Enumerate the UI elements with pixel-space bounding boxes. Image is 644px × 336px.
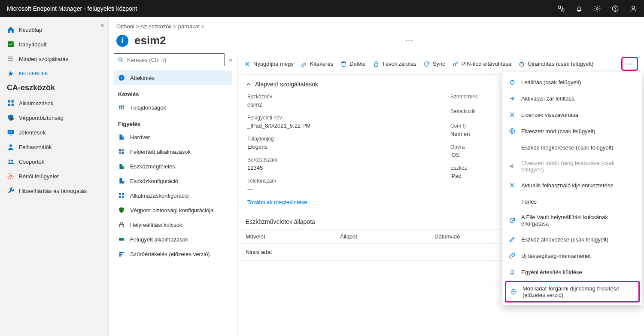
resource-item-monitor[interactable]: Szűrőértékelés (előzetes verzió)	[114, 247, 232, 261]
resource-menu-collapse-icon[interactable]: «	[229, 56, 232, 63]
svg-point-11	[10, 117, 14, 121]
key-icon	[452, 61, 459, 67]
info-icon: i	[116, 35, 128, 47]
svg-rect-27	[119, 152, 121, 154]
dropdown-item[interactable]: Aktiválási zár letiltása	[502, 90, 642, 107]
cmd-label: Sync	[433, 61, 445, 67]
refresh-icon	[508, 217, 516, 224]
gear-icon[interactable]	[593, 5, 601, 12]
cmd-label: Nyugdíjba megy	[253, 61, 294, 67]
svg-rect-26	[122, 149, 124, 151]
resource-item-label: Felderített alkalmazások	[130, 149, 191, 155]
resource-item-monitor[interactable]: Felügyelt alkalmazások	[114, 232, 232, 247]
table-col-action: Művelet	[246, 233, 340, 240]
cmd-restart[interactable]: Újraindítás (csak felügyelt)	[518, 61, 593, 67]
sidebar-item-label: Minden szolgáltatás	[19, 56, 68, 62]
group-monitor-label: Figyelés	[114, 115, 232, 130]
cmd-label: Távoli zárolás	[382, 61, 416, 67]
cmd-remote-lock[interactable]: Távoli zárolás	[373, 61, 416, 67]
cmd-remove-pin[interactable]: PIN-kód eltávolítása	[452, 61, 511, 67]
favorites-label: KEDVENCEK	[19, 71, 48, 76]
monitor-item-icon	[118, 250, 125, 257]
dropdown-item-label: Elveszett módú hang lejátszása (csak fel…	[521, 160, 636, 173]
feedback-icon[interactable]	[629, 5, 637, 12]
groups-icon	[7, 158, 15, 165]
resource-item-monitor[interactable]: Eszközmegfelelés	[114, 159, 232, 174]
sidebar-item-users[interactable]: Felhasználók	[0, 140, 108, 154]
cmd-wipe[interactable]: Kitakarás	[301, 61, 333, 67]
essentials-field: Sorozatszám12345	[247, 157, 433, 171]
breadcrumb[interactable]: Otthoni > Az eszközök > párnákat >	[109, 17, 644, 32]
page-header-more-icon[interactable]: ···	[406, 37, 413, 44]
sidebar-item-label: Csoportok	[19, 159, 44, 165]
resource-item-monitor[interactable]: Helyreállítási kulcsok	[114, 217, 232, 232]
wrench-icon	[7, 187, 15, 195]
sidebar-item-troubleshoot[interactable]: Hibaelhárítás és támogatás	[0, 183, 108, 198]
essentials-header-label: Alapvető szolgáltatások	[255, 81, 318, 88]
sidebar-item-home[interactable]: Kezdőlap	[0, 22, 108, 37]
resource-item-monitor[interactable]: Eszközkonfiguráció	[114, 174, 232, 188]
sidebar-item-reports[interactable]: Jelentések	[0, 125, 108, 140]
essentials-label: Eszköznév	[247, 94, 433, 100]
sidebar-collapse-icon[interactable]: «	[100, 21, 104, 28]
dropdown-item[interactable]: Licencek visszavonása	[502, 107, 642, 123]
resource-item-monitor[interactable]: Alkalmazáskonfiguráció	[114, 188, 232, 203]
sidebar-item-dashboard[interactable]: Irányítópult	[0, 37, 108, 52]
sidebar-item-label: Alkalmazások	[19, 100, 53, 107]
resource-item-label: Eszközmegfelelés	[130, 163, 175, 170]
dropdown-item[interactable]: Mobiladat-forgalmi díjcsomag frissítése …	[505, 281, 640, 302]
page-title: esim2	[134, 34, 166, 47]
dropdown-item-label: Aktuális felhasználó kijelentkeztetése	[521, 182, 614, 189]
help-icon[interactable]	[611, 5, 619, 12]
sidebar-item-endpoint-security[interactable]: Végpontbiztonság	[0, 110, 108, 125]
essentials-label: Tulajdonjog	[247, 136, 433, 142]
dropdown-item[interactable]: Aktuális felhasználó kijelentkeztetése	[502, 177, 642, 193]
dropdown-item[interactable]: A File Vault helyreállítási kulcsának el…	[502, 210, 642, 231]
resource-item-monitor[interactable]: Felderített alkalmazások	[114, 144, 232, 159]
dropdown-item[interactable]: Eszköz átnevezése (csak felügyelt)	[502, 231, 642, 247]
sidebar-item-apps[interactable]: Alkalmazások	[0, 96, 108, 110]
essentials-field: TulajdonjogElegáns	[247, 136, 433, 150]
group-manage-label: Kezelés	[114, 85, 232, 100]
cmd-more-button[interactable]: ···	[621, 57, 638, 71]
x-icon	[508, 181, 516, 189]
dropdown-item-label: A File Vault helyreállítási kulcsának el…	[521, 214, 636, 227]
cmd-sync[interactable]: Sync	[423, 61, 445, 67]
sidebar-item-tenant-admin[interactable]: Bérlői felügyelet	[0, 169, 108, 183]
svg-point-13	[9, 144, 12, 147]
svg-point-2	[596, 8, 598, 10]
directory-icon[interactable]	[557, 5, 565, 12]
search-input[interactable]	[127, 57, 221, 63]
dropdown-item[interactable]: Leállítás (csak felügyelt)	[502, 74, 642, 90]
sidebar-item-all-services[interactable]: Minden szolgáltatás	[0, 52, 108, 66]
dropdown-item-label: Aktiválási zár letiltása	[521, 95, 574, 102]
essentials-value: esim2	[247, 101, 433, 108]
svg-point-22	[123, 106, 124, 107]
pencil-icon	[508, 235, 516, 243]
chevron-up-icon	[246, 81, 252, 87]
reports-icon	[7, 128, 15, 136]
x-icon	[508, 111, 516, 119]
monitor-item-icon	[118, 207, 125, 214]
svg-point-20	[119, 106, 121, 107]
resource-item-overview[interactable]: i Áttekintés	[114, 70, 232, 85]
resource-item-monitor[interactable]: Végpont biztonsági konfigurációja	[114, 203, 232, 217]
dropdown-item[interactable]: Törlés	[502, 193, 642, 210]
dropdown-item[interactable]: Eszköz megkeresése (csak felügyelt)	[502, 139, 642, 156]
monitor-item-icon	[118, 221, 125, 228]
resource-item-monitor[interactable]: Hardver	[114, 130, 232, 144]
properties-icon	[118, 104, 125, 111]
app-title: Microsoft Endpoint Manager - felügyeleti…	[7, 5, 137, 12]
sidebar-favorites-header[interactable]: KEDVENCEK	[0, 66, 108, 81]
sidebar-item-groups[interactable]: Csoportok	[0, 154, 108, 169]
resource-item-properties[interactable]: Tulajdonságok	[114, 100, 232, 115]
search-box[interactable]	[114, 53, 225, 66]
dropdown-item[interactable]: Elveszett mód (csak felügyelt)	[502, 123, 642, 139]
cmd-delete[interactable]: Delete	[340, 61, 366, 67]
dropdown-item[interactable]: Egyéni értesítés küldése	[502, 264, 642, 280]
bell-icon[interactable]	[575, 5, 583, 12]
dropdown-item-label: Új távsegítség-munkamenet	[521, 253, 591, 259]
cmd-retire[interactable]: Nyugdíjba megy	[244, 61, 294, 67]
dropdown-item[interactable]: Új távsegítség-munkamenet	[502, 247, 642, 264]
lock-icon	[373, 61, 380, 67]
